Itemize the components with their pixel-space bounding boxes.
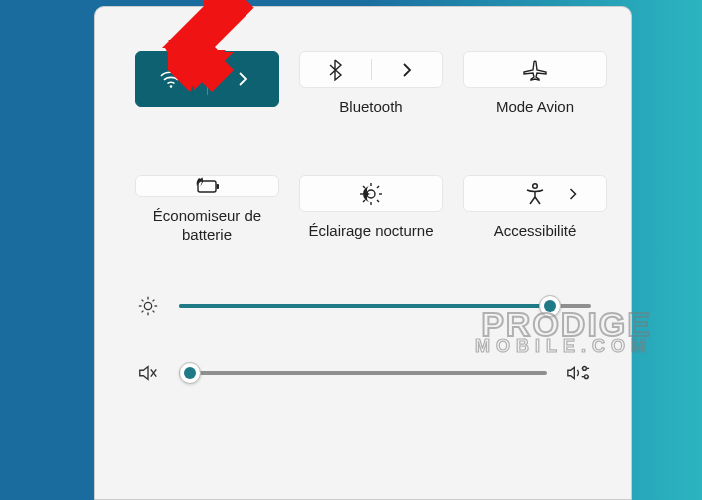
svg-line-18 xyxy=(142,300,144,302)
bluetooth-tile-wrap: Bluetooth xyxy=(299,51,443,117)
volume-thumb[interactable] xyxy=(179,362,201,384)
night-light-tile-wrap: Éclairage nocturne xyxy=(299,175,443,241)
tiles-grid: Bluetooth Mode Avion Économiseur de batt… xyxy=(135,51,591,241)
airplane-tile-wrap: Mode Avion xyxy=(463,51,607,117)
audio-output-button[interactable] xyxy=(565,363,591,383)
chevron-right-icon xyxy=(401,63,413,77)
audio-output-icon xyxy=(566,363,590,383)
battery-saver-icon xyxy=(193,176,221,196)
volume-mute-icon[interactable] xyxy=(135,363,161,383)
quick-settings-panel: Bluetooth Mode Avion Économiseur de batt… xyxy=(94,6,632,500)
accessibility-expand[interactable] xyxy=(568,188,578,200)
svg-rect-1 xyxy=(198,181,216,192)
svg-rect-2 xyxy=(217,184,220,189)
chevron-right-icon xyxy=(237,72,249,86)
svg-point-0 xyxy=(170,85,173,88)
battery-saver-label: Économiseur de batterie xyxy=(135,207,279,245)
accessibility-icon xyxy=(524,182,546,206)
svg-line-8 xyxy=(363,186,365,188)
chevron-right-icon xyxy=(568,188,578,200)
brightness-icon xyxy=(135,295,161,317)
svg-line-11 xyxy=(377,186,379,188)
volume-row xyxy=(135,363,591,383)
brightness-slider[interactable] xyxy=(179,304,591,308)
airplane-icon xyxy=(522,59,548,81)
battery-saver-tile[interactable] xyxy=(135,175,279,197)
bluetooth-icon xyxy=(327,59,343,81)
svg-point-12 xyxy=(533,183,538,188)
sliders-area xyxy=(135,295,591,383)
airplane-label: Mode Avion xyxy=(463,98,607,117)
accessibility-tile-wrap: Accessibilité xyxy=(463,175,607,241)
svg-line-9 xyxy=(377,200,379,202)
bluetooth-expand[interactable] xyxy=(372,52,443,87)
wifi-tile-wrap xyxy=(135,51,279,117)
wifi-tile[interactable] xyxy=(135,51,279,107)
brightness-row xyxy=(135,295,591,317)
bluetooth-label: Bluetooth xyxy=(299,98,443,117)
accessibility-label: Accessibilité xyxy=(463,222,607,241)
wifi-toggle[interactable] xyxy=(136,52,207,106)
svg-point-25 xyxy=(583,367,587,371)
bluetooth-toggle[interactable] xyxy=(300,52,371,87)
svg-point-13 xyxy=(144,302,151,309)
wifi-expand[interactable] xyxy=(208,52,279,106)
night-light-tile[interactable] xyxy=(299,175,443,212)
accessibility-tile[interactable] xyxy=(463,175,607,212)
svg-line-21 xyxy=(153,300,155,302)
svg-line-10 xyxy=(363,200,365,202)
brightness-thumb[interactable] xyxy=(539,295,561,317)
brightness-fill xyxy=(179,304,550,308)
svg-point-27 xyxy=(584,375,588,379)
svg-line-20 xyxy=(142,311,144,313)
battery-saver-tile-wrap: Économiseur de batterie xyxy=(135,175,279,241)
night-light-label: Éclairage nocturne xyxy=(299,222,443,241)
bluetooth-tile[interactable] xyxy=(299,51,443,88)
svg-line-19 xyxy=(153,311,155,313)
airplane-tile[interactable] xyxy=(463,51,607,88)
night-light-icon xyxy=(359,182,383,206)
volume-slider[interactable] xyxy=(179,371,547,375)
wifi-icon xyxy=(159,69,183,89)
